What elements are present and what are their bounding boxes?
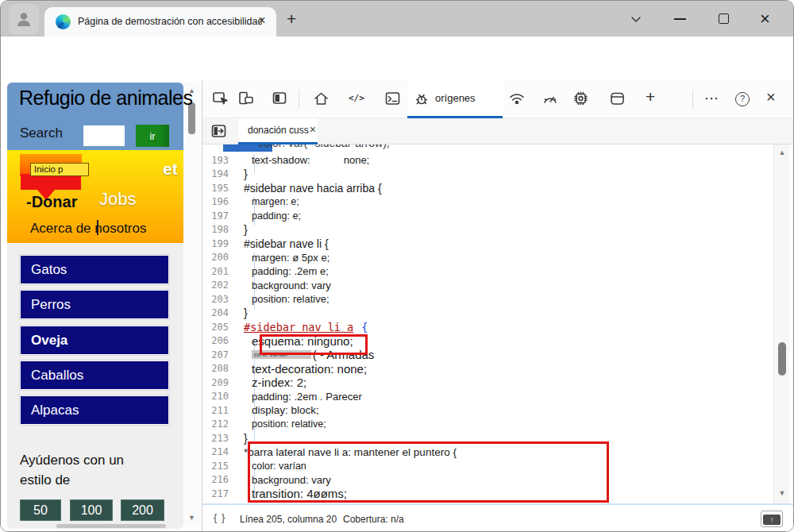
- animal-button-gatos[interactable]: Gatos: [20, 255, 169, 284]
- text-caret: [97, 220, 98, 235]
- tab-title: Página de demostración con accesibilidad: [78, 16, 262, 27]
- code-line-201[interactable]: 201padding: .2em e;: [202, 264, 774, 279]
- title-bar: Página de demostración con accesibilidad…: [1, 1, 793, 37]
- elements-panel-icon[interactable]: </>: [349, 93, 364, 103]
- tab-sources[interactable]: orígenes: [407, 80, 503, 118]
- file-tab-bar: donación cuss ×: [202, 118, 794, 145]
- new-tab-button[interactable]: +: [287, 1, 296, 37]
- animal-button-alpacas[interactable]: Alpacas: [20, 395, 169, 425]
- sources-tab-label: orígenes: [435, 92, 476, 104]
- edge-logo-icon: [56, 14, 71, 29]
- code-line-198[interactable]: 198}: [202, 223, 774, 237]
- animal-list: Gatos Perros Oveja Caballos Alpacas Ayúd…: [7, 243, 183, 529]
- navigation-bar: Herramientas de desarrollo 1 1 y-testing…: [1, 37, 793, 80]
- devtools-menu-icon[interactable]: ⋯: [704, 90, 719, 107]
- nav-pin: [21, 174, 81, 190]
- code-line-196[interactable]: 196margen: e;: [202, 195, 774, 210]
- nav-link-donate[interactable]: -Donar: [26, 193, 77, 211]
- performance-icon[interactable]: [542, 91, 559, 110]
- editor-scrollbar[interactable]: ▲ ▼: [773, 145, 789, 505]
- file-tab-donacion-css[interactable]: donación cuss ×: [238, 118, 318, 145]
- scroll-down-icon[interactable]: ▼: [183, 514, 200, 522]
- nav-link-jobs[interactable]: Jobs: [99, 189, 136, 210]
- help-text-line1: Ayúdenos con un: [20, 453, 124, 468]
- console-panel-icon[interactable]: [384, 91, 401, 110]
- coverage-text: Cobertura: n/a: [343, 514, 404, 525]
- error-highlight-box-hover-rule: [248, 441, 609, 503]
- person-icon: [14, 10, 33, 29]
- add-panel-icon[interactable]: +: [646, 87, 655, 106]
- inicio-tooltip: Inicio p: [30, 163, 89, 176]
- go-button[interactable]: ir: [136, 125, 169, 147]
- code-line-192-partial: color: var(--sidebar-arrow);: [258, 145, 390, 149]
- window-close-button[interactable]: ×: [760, 1, 770, 37]
- device-emulation-icon[interactable]: [237, 91, 255, 110]
- animal-button-oveja[interactable]: Oveja: [20, 326, 169, 355]
- code-line-212[interactable]: 212position: relative;: [202, 418, 774, 432]
- welcome-home-icon[interactable]: [313, 91, 330, 110]
- code-line-202[interactable]: 202background: vary: [202, 279, 774, 293]
- code-line-203[interactable]: 203position: relative;: [202, 292, 774, 306]
- code-line-197[interactable]: 197padding: e;: [202, 209, 774, 223]
- profile-button[interactable]: [9, 4, 39, 34]
- devtools-status-bar: { } Línea 205, columna 20 Cobertura: n/a…: [202, 507, 794, 532]
- scroll-up-icon[interactable]: ▲: [774, 148, 790, 156]
- demo-page: Refugio de animales Search ir Inicio p e…: [1, 80, 202, 532]
- inspect-icon[interactable]: [212, 91, 229, 110]
- tab-list-chevron-icon[interactable]: [628, 1, 644, 37]
- page-hscrollbar-thumb[interactable]: [56, 524, 166, 528]
- bug-icon: [414, 91, 430, 106]
- amount-button-200[interactable]: 200: [121, 499, 164, 521]
- code-editor[interactable]: color: var(--sidebar-arrow); 193text-sha…: [202, 145, 794, 505]
- code-line-211[interactable]: 211display: block;: [202, 403, 774, 418]
- code-line-200[interactable]: 200margen: ø 5px e;: [202, 251, 774, 265]
- search-input[interactable]: [83, 125, 125, 146]
- minimize-button[interactable]: [674, 1, 686, 37]
- code-line-195[interactable]: 195#sidebar nave hacia arriba {: [202, 181, 774, 195]
- browser-tab[interactable]: Página de demostración con accesibilidad…: [44, 7, 276, 37]
- error-highlight-box-esquema: [260, 334, 368, 355]
- nav-link-pet[interactable]: et: [163, 160, 178, 179]
- code-line-208[interactable]: 208text-decoration: none;: [202, 362, 774, 376]
- amount-button-100[interactable]: 100: [70, 499, 113, 521]
- browser-window: Página de demostración con accesibilidad…: [0, 0, 794, 532]
- code-line-210[interactable]: 210padding: .2em . Parecer: [202, 390, 774, 404]
- file-tab-label: donación cuss: [248, 125, 309, 136]
- cursor-position-text: Línea 205, columna 20: [240, 514, 337, 525]
- devtools-toolbar: </> orígenes: [202, 80, 794, 118]
- animal-button-perros[interactable]: Perros: [20, 290, 169, 319]
- network-icon[interactable]: [508, 91, 526, 110]
- nav-link-about[interactable]: Acerca de nosotros: [30, 221, 146, 237]
- help-text-line2: estilo de: [20, 472, 70, 488]
- application-icon[interactable]: [609, 91, 626, 110]
- export-icon[interactable]: ↑: [761, 511, 783, 527]
- code-line-193[interactable]: 193text-shadow:none;: [202, 153, 774, 168]
- animal-button-caballos[interactable]: Caballos: [20, 360, 169, 390]
- code-line-199[interactable]: 199#sidebar nave li {: [202, 237, 774, 251]
- pretty-print-icon[interactable]: { }: [214, 511, 225, 523]
- toolbar-separator: [692, 90, 693, 109]
- code-line-194[interactable]: 194}: [202, 168, 774, 182]
- editor-scrollbar-thumb[interactable]: [778, 342, 786, 376]
- code-line-205[interactable]: 205#sidebar nav li a {: [202, 320, 774, 334]
- devtools-panel: </> orígenes: [202, 80, 794, 532]
- toggle-navigator-icon[interactable]: [210, 123, 227, 143]
- page-nav: Inicio p et -Donar Jobs Acerca de nosotr…: [7, 150, 183, 243]
- code-line-209[interactable]: 209z-index: 2;: [202, 376, 774, 390]
- content-area: Refugio de animales Search ir Inicio p e…: [1, 80, 794, 532]
- amount-button-50[interactable]: 50: [20, 499, 61, 521]
- page-scrollbar[interactable]: ▲ ▼: [183, 82, 200, 526]
- devtools-close-icon[interactable]: ×: [766, 88, 776, 106]
- search-label: Search: [20, 125, 63, 141]
- help-icon[interactable]: ?: [735, 92, 750, 106]
- tab-close-icon[interactable]: ×: [254, 13, 270, 28]
- file-tab-close-icon[interactable]: ×: [310, 123, 316, 136]
- page-title: Refugio de animales: [19, 87, 192, 110]
- scroll-down-icon[interactable]: ▼: [774, 489, 790, 497]
- page-header: Refugio de animales Search ir: [7, 83, 183, 150]
- toolbar-separator: [299, 90, 299, 109]
- code-line-204[interactable]: 204}: [202, 306, 774, 321]
- dock-side-icon[interactable]: [272, 91, 288, 110]
- memory-chip-icon[interactable]: [572, 91, 590, 110]
- maximize-button[interactable]: [719, 1, 729, 37]
